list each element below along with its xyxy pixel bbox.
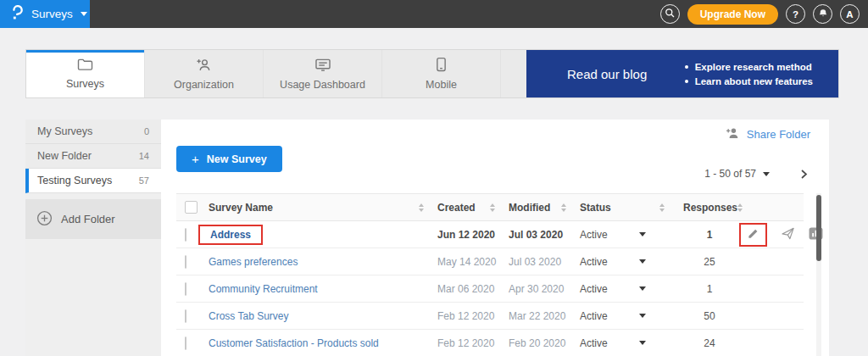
blog-bullet: Explore research method: [685, 62, 813, 72]
created-date: Mar 06 2020: [431, 283, 502, 295]
topbar: Surveys Upgrade Now ? A: [0, 0, 868, 28]
sort-icon[interactable]: [490, 203, 495, 212]
main-panel: Share Folder + New Survey 1 - 50 of 57 S…: [161, 120, 829, 356]
status-value: Active: [580, 256, 608, 268]
new-survey-label: New Survey: [207, 153, 267, 165]
survey-name-link[interactable]: Cross Tab Survey: [209, 310, 288, 322]
survey-name-link[interactable]: Community Recruitment: [209, 283, 318, 295]
header-status[interactable]: Status: [573, 194, 671, 220]
search-button[interactable]: [660, 4, 680, 24]
search-icon: [665, 8, 676, 20]
header-survey-name[interactable]: Survey Name: [209, 194, 431, 220]
tab-organization[interactable]: Organization: [145, 50, 264, 97]
help-button[interactable]: ?: [786, 4, 805, 24]
next-page-button[interactable]: [798, 169, 809, 180]
tab-mobile[interactable]: Mobile: [382, 50, 501, 97]
add-folder-button[interactable]: Add Folder: [25, 199, 161, 239]
created-date: Jun 12 2020: [431, 229, 502, 241]
product-switcher[interactable]: Surveys: [0, 0, 90, 28]
sidebar-item-testing-surveys[interactable]: Testing Surveys 57: [25, 169, 161, 193]
sidebar-filler: [25, 239, 161, 356]
send-button[interactable]: [781, 227, 795, 242]
pencil-icon: [747, 227, 760, 242]
row-checkbox[interactable]: [185, 255, 186, 269]
status-cell: Active: [573, 303, 671, 329]
row-checkbox[interactable]: [185, 282, 186, 296]
responses-count: 1: [671, 229, 736, 241]
status-dropdown-caret-icon[interactable]: [639, 232, 646, 236]
tab-surveys[interactable]: Surveys: [26, 50, 145, 97]
header-modified[interactable]: Modified: [502, 194, 573, 220]
survey-name-link[interactable]: Games preferences: [209, 256, 298, 268]
table-row: Address Jun 12 2020 Jul 03 2020 Active 1: [176, 221, 804, 248]
status-dropdown-caret-icon[interactable]: [639, 286, 646, 291]
blog-banner-title: Read our blog: [567, 67, 647, 81]
plus-circle-icon: [36, 210, 53, 229]
tab-label: Mobile: [426, 79, 457, 91]
tab-label: Organization: [174, 79, 234, 91]
edit-button[interactable]: [739, 223, 767, 247]
responses-count: 25: [671, 256, 736, 268]
row-actions: [736, 223, 823, 247]
status-cell: Active: [573, 248, 671, 275]
person-add-icon: [726, 127, 740, 142]
share-folder-link[interactable]: Share Folder: [726, 127, 810, 142]
blog-bullet: Learn about new features: [685, 76, 813, 86]
people-add-icon: [196, 58, 213, 75]
sort-icon[interactable]: [561, 203, 566, 212]
tab-usage-dashboard[interactable]: Usage Dashboard: [264, 50, 382, 97]
pagination-range: 1 - 50 of 57: [704, 168, 756, 180]
bell-icon: [818, 8, 828, 20]
blog-banner[interactable]: Read our blog Explore research method Le…: [526, 50, 838, 97]
select-all-checkbox[interactable]: [185, 201, 198, 214]
header-responses[interactable]: Responses: [671, 194, 736, 220]
folder-label: Testing Surveys: [37, 175, 112, 186]
notifications-button[interactable]: [813, 4, 832, 24]
status-cell: Active: [573, 221, 671, 248]
row-checkbox[interactable]: [185, 228, 186, 242]
responses-count: 24: [671, 337, 736, 349]
surveys-table: Survey Name Created Modified Status Resp…: [176, 193, 804, 356]
folder-icon: [77, 58, 93, 74]
sidebar-item-new-folder[interactable]: New Folder 14: [25, 144, 161, 169]
avatar[interactable]: A: [840, 4, 860, 24]
upgrade-now-button[interactable]: Upgrade Now: [687, 4, 778, 25]
table-row: Games preferences May 14 2020 Jul 03 202…: [176, 248, 804, 275]
monitor-icon: [314, 58, 331, 75]
share-folder-label: Share Folder: [747, 128, 810, 141]
pagination-dropdown-caret-icon[interactable]: [763, 172, 770, 176]
modified-date: Feb 20 2020: [502, 337, 573, 349]
tab-label: Surveys: [66, 78, 104, 90]
scrollbar-thumb[interactable]: [816, 195, 821, 261]
created-date: May 14 2020: [431, 256, 502, 268]
modified-date: Jul 03 2020: [502, 256, 573, 268]
header-created[interactable]: Created: [431, 194, 502, 220]
sort-icon[interactable]: [419, 203, 424, 212]
folder-count: 14: [139, 151, 149, 161]
row-checkbox[interactable]: [185, 337, 186, 350]
blog-banner-bullets: Explore research method Learn about new …: [685, 58, 813, 91]
folder-sidebar: My Surveys 0 New Folder 14 Testing Surve…: [25, 120, 161, 356]
responses-count: 1: [671, 283, 736, 295]
modified-date: Mar 22 2020: [502, 310, 573, 322]
sidebar-item-my-surveys[interactable]: My Surveys 0: [25, 120, 161, 144]
modified-date: Jul 03 2020: [502, 229, 573, 241]
modified-date: Apr 30 2020: [502, 283, 573, 295]
row-checkbox[interactable]: [185, 309, 186, 323]
table-row: Community Recruitment Mar 06 2020 Apr 30…: [176, 275, 804, 303]
survey-name-link[interactable]: Customer Satisfaction - Products sold: [209, 337, 379, 349]
survey-name-link[interactable]: Address: [210, 229, 251, 241]
status-dropdown-caret-icon[interactable]: [639, 314, 646, 318]
created-date: Feb 12 2020: [431, 310, 502, 322]
folder-label: My Surveys: [37, 125, 92, 137]
header-actions: [736, 194, 804, 220]
sort-icon[interactable]: [659, 203, 665, 212]
status-dropdown-caret-icon[interactable]: [639, 259, 646, 264]
status-dropdown-caret-icon[interactable]: [639, 341, 646, 345]
folder-count: 57: [139, 175, 149, 186]
table-scrollbar[interactable]: [816, 193, 821, 356]
new-survey-button[interactable]: + New Survey: [176, 146, 282, 172]
send-icon: [781, 227, 795, 242]
add-folder-label: Add Folder: [61, 213, 115, 225]
status-value: Active: [580, 337, 608, 349]
